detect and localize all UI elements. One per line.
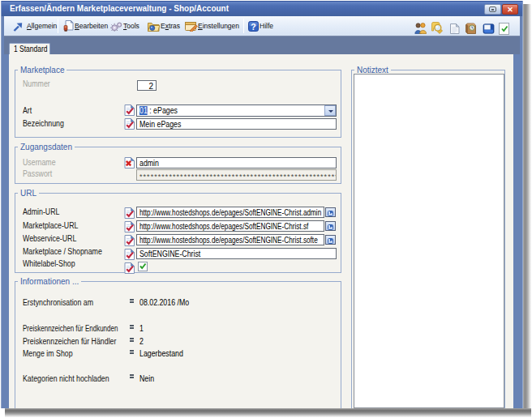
svg-text:?: ? [251, 22, 255, 32]
